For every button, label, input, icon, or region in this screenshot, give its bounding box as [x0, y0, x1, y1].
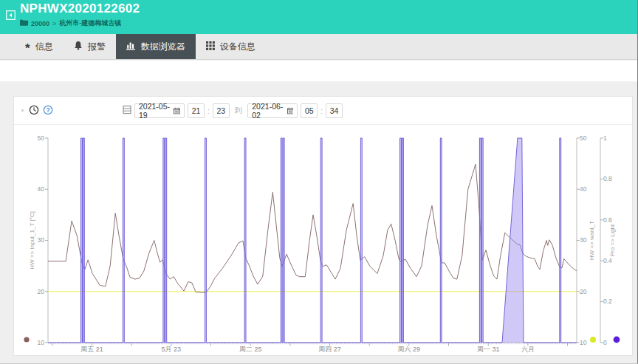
- tab-info[interactable]: * 信息: [15, 34, 64, 59]
- x-tick-label: 六月: [521, 346, 535, 353]
- bar-chart-icon: [126, 41, 136, 52]
- x-tick-label: 周六 29: [398, 346, 421, 353]
- tab-alarm[interactable]: 报警: [64, 34, 116, 59]
- y-tick-label: 30: [580, 236, 587, 244]
- tab-label: 数据浏览器: [141, 41, 185, 53]
- calendar-icon: [174, 107, 180, 114]
- device-location[interactable]: 杭州市-建德梅城古镇: [59, 18, 121, 28]
- grid-icon: [206, 41, 215, 52]
- x-tick-label: 周五 21: [80, 346, 103, 353]
- y-tick-label: 10: [38, 339, 45, 346]
- data-browser-panel: ? 2021-05-19 21 : 23 到 2021-06-02 05: [13, 96, 633, 356]
- y-tick-label: 40: [38, 185, 45, 193]
- end-date-input[interactable]: 2021-06-02: [247, 103, 298, 118]
- axis-title-right-2: Pro => Light: [609, 224, 616, 256]
- calendar-list-icon[interactable]: [123, 104, 131, 117]
- y-tick-label: 0.2: [603, 298, 612, 305]
- site-id[interactable]: 20000: [31, 20, 49, 27]
- breadcrumb-separator: >: [52, 20, 56, 27]
- tab-data-browser[interactable]: 数据浏览器: [116, 34, 196, 59]
- y-tick-label: 0.4: [603, 257, 612, 264]
- tab-label: 设备信息: [220, 41, 255, 53]
- start-date-value: 2021-05-19: [139, 102, 174, 120]
- tab-label: 信息: [35, 41, 53, 53]
- tab-label: 报警: [88, 41, 106, 53]
- help-icon[interactable]: ?: [43, 105, 53, 115]
- axis-title-left: HW => Input_1_T [°C]: [29, 211, 35, 269]
- y-tick-label: 1: [603, 134, 607, 142]
- end-date-value: 2021-06-02: [252, 102, 287, 120]
- end-hour-value: 05: [305, 106, 314, 115]
- legend-dot-light[interactable]: [614, 337, 620, 343]
- device-title: NPHWX2020122602: [20, 1, 140, 16]
- bell-icon: [74, 41, 83, 52]
- clock-icon[interactable]: [29, 105, 39, 115]
- breadcrumb: 20000 > 杭州市-建德梅城古镇: [20, 18, 121, 28]
- y-tick-label: 0.8: [603, 175, 612, 182]
- series-input-1-t: [48, 164, 577, 292]
- start-date-input[interactable]: 2021-05-19: [134, 103, 185, 118]
- y-tick-label: 0: [603, 339, 607, 346]
- y-tick-label: 30: [38, 236, 45, 244]
- start-hour-value: 21: [192, 106, 201, 115]
- legend-dot-want-t[interactable]: [590, 337, 596, 343]
- page-header: NPHWX2020122602 20000 > 杭州市-建德梅城古镇: [0, 0, 637, 34]
- asterisk-icon: *: [25, 45, 30, 52]
- tab-device-info[interactable]: 设备信息: [196, 34, 266, 59]
- legend-dot-input-1-t[interactable]: [24, 337, 29, 342]
- status-dot: [21, 109, 24, 111]
- start-minute-value: 23: [216, 106, 225, 115]
- time-colon: :: [320, 107, 323, 115]
- series-light: [48, 138, 577, 343]
- sidebar-collapse-icon[interactable]: [6, 10, 16, 19]
- chart-toolbar: ? 2021-05-19 21 : 23 到 2021-06-02 05: [14, 97, 632, 125]
- x-tick-label: 5月 23: [162, 346, 182, 353]
- x-tick-label: 周一 31: [477, 346, 500, 353]
- axis-title-right-1: HW => want_T: [589, 221, 595, 260]
- folder-icon: [20, 19, 28, 27]
- end-hour-input[interactable]: 05: [301, 103, 318, 118]
- y-tick-label: 20: [38, 288, 45, 295]
- y-tick-label: 0.6: [603, 216, 612, 224]
- content-spacer: [0, 61, 637, 82]
- start-minute-input[interactable]: 23: [213, 103, 230, 118]
- time-colon: :: [207, 107, 210, 115]
- tab-bar: * 信息 报警 数据浏览器: [0, 34, 637, 60]
- start-hour-input[interactable]: 21: [188, 103, 205, 118]
- x-tick-label: 周四 27: [318, 346, 341, 353]
- svg-text:?: ?: [46, 106, 49, 114]
- y-tick-label: 40: [580, 185, 587, 193]
- y-tick-label: 10: [580, 339, 587, 346]
- y-tick-label: 50: [580, 134, 587, 142]
- calendar-icon: [287, 107, 294, 114]
- timeseries-chart[interactable]: 周五 215月 23周二 25周四 27周六 29周一 31六月10203040…: [14, 126, 634, 357]
- y-tick-label: 20: [580, 288, 587, 295]
- device-page: NPHWX2020122602 20000 > 杭州市-建德梅城古镇 * 信息 …: [0, 0, 638, 364]
- end-minute-value: 34: [330, 106, 339, 115]
- range-to-label: 到: [233, 106, 245, 116]
- time-range-controls: 2021-05-19 21 : 23 到 2021-06-02 05 : 34: [123, 103, 343, 118]
- y-tick-label: 50: [38, 134, 45, 142]
- end-minute-input[interactable]: 34: [326, 103, 343, 118]
- x-tick-label: 周二 25: [239, 346, 262, 353]
